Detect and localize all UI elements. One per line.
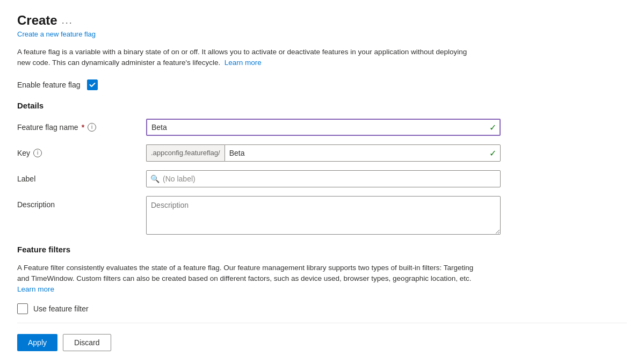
- description-field-label: Description: [17, 196, 146, 209]
- description-text: A feature flag is a variable with a bina…: [17, 47, 479, 69]
- action-bar: Apply Discard: [17, 332, 627, 351]
- subtitle-link[interactable]: Create a new feature flag: [17, 30, 627, 38]
- feature-filters-description: A Feature filter consistently evaluates …: [17, 263, 479, 295]
- page-title: Create ...: [17, 13, 627, 28]
- feature-flag-name-info-icon[interactable]: i: [88, 123, 96, 132]
- feature-flag-name-input-wrapper: ✓: [146, 119, 501, 136]
- key-valid-icon: ✓: [489, 148, 496, 158]
- discard-button[interactable]: Discard: [63, 334, 111, 351]
- key-input-wrapper: .appconfig.featureflag/ ✓: [146, 144, 501, 162]
- feature-filters-section-title: Feature filters: [17, 245, 627, 254]
- key-input[interactable]: [225, 144, 501, 162]
- key-info-icon[interactable]: i: [33, 149, 42, 157]
- title-ellipsis: ...: [62, 15, 73, 26]
- key-prefix: .appconfig.featureflag/: [146, 144, 225, 162]
- required-asterisk: *: [82, 123, 84, 132]
- bottom-divider: [17, 323, 627, 323]
- feature-flag-name-input[interactable]: [146, 119, 501, 136]
- label-input[interactable]: [146, 170, 501, 187]
- details-section-title: Details: [17, 101, 627, 110]
- use-feature-filter-checkbox[interactable]: [17, 303, 28, 314]
- use-feature-filter-label: Use feature filter: [33, 304, 89, 313]
- key-label: Key i: [17, 149, 146, 157]
- learn-more-link-filters[interactable]: Learn more: [17, 285, 54, 293]
- learn-more-link-description[interactable]: Learn more: [222, 59, 262, 67]
- enable-feature-flag-label: Enable feature flag: [17, 81, 81, 89]
- label-input-wrapper: 🔍 (No label): [146, 170, 501, 187]
- feature-flag-name-label: Feature flag name * i: [17, 123, 146, 132]
- enable-feature-flag-checkbox[interactable]: [87, 79, 98, 90]
- description-input[interactable]: [146, 196, 501, 235]
- feature-flag-name-valid-icon: ✓: [489, 122, 496, 132]
- apply-button[interactable]: Apply: [17, 334, 57, 351]
- description-input-wrapper: [146, 196, 501, 236]
- label-field-label: Label: [17, 175, 146, 183]
